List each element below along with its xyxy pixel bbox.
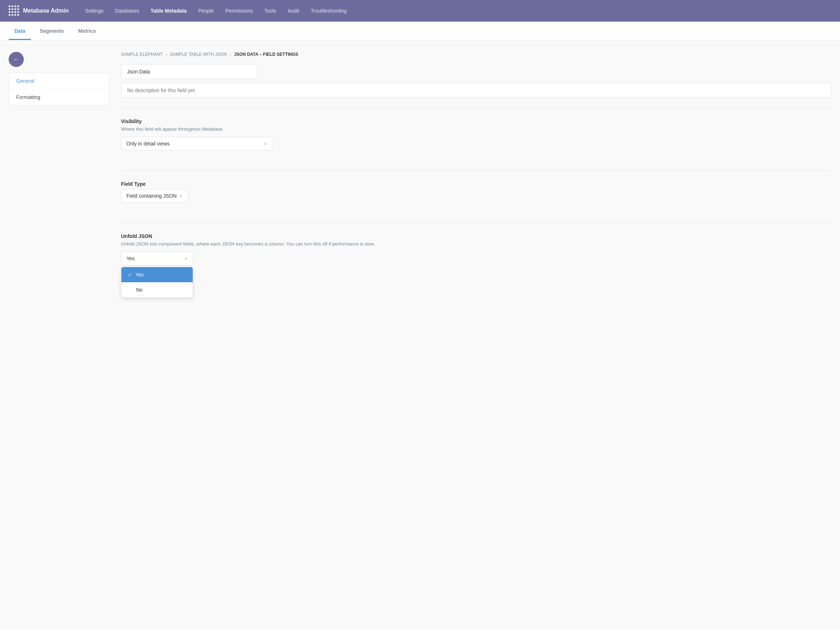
section-divider-3: [121, 223, 831, 223]
breadcrumb-current: JSON DATA – FIELD SETTINGS: [234, 52, 298, 57]
unfold-json-title: Unfold JSON: [121, 233, 831, 239]
main-content: ← General Formatting SAMPLE ELEPHANT › S…: [0, 40, 840, 627]
field-type-title: Field Type: [121, 181, 831, 187]
nav-people[interactable]: People: [193, 5, 219, 17]
chevron-down-icon-2: ∨: [179, 193, 183, 198]
nav-databases[interactable]: Databases: [110, 5, 144, 17]
nav-table-metadata[interactable]: Table Metadata: [145, 5, 192, 17]
field-type-selected: Field containing JSON: [126, 193, 177, 199]
tab-data[interactable]: Data: [9, 22, 31, 40]
detail-panel: SAMPLE ELEPHANT › SAMPLE TABLE WITH JSON…: [121, 52, 831, 616]
chevron-down-icon-3: ∨: [185, 256, 188, 261]
breadcrumb-sep-1: ›: [165, 52, 167, 57]
nav-tools[interactable]: Tools: [259, 5, 281, 17]
field-description-input[interactable]: [121, 83, 831, 98]
visibility-title: Visibility: [121, 118, 831, 124]
field-type-section: Field Type Field containing JSON ∨: [121, 181, 831, 203]
field-name-input[interactable]: [121, 64, 258, 79]
unfold-json-menu: ✓ Yes No: [121, 267, 193, 298]
nav-links: Settings Databases Table Metadata People…: [81, 5, 831, 17]
nav-audit[interactable]: Audit: [283, 5, 305, 17]
unfold-json-description: Unfold JSON into component fields, where…: [121, 241, 831, 247]
breadcrumb-item-2[interactable]: SAMPLE TABLE WITH JSON: [170, 52, 227, 57]
unfold-json-option-no-label: No: [136, 287, 143, 293]
sidebar-item-general[interactable]: General: [9, 73, 109, 89]
brand-logo-icon: [9, 5, 19, 16]
brand: Metabase Admin: [9, 5, 69, 16]
visibility-dropdown[interactable]: Only in detail views ∨: [121, 137, 272, 151]
tab-segments[interactable]: Segments: [34, 22, 69, 40]
unfold-json-option-no[interactable]: No: [122, 282, 193, 298]
visibility-selected: Only in detail views: [126, 141, 170, 146]
visibility-section: Visibility Where this field will appear …: [121, 118, 831, 151]
sidebar-item-formatting[interactable]: Formatting: [9, 89, 109, 105]
nav-troubleshooting[interactable]: Troubleshooting: [306, 5, 352, 17]
tab-metrics[interactable]: Metrics: [73, 22, 101, 40]
breadcrumb-sep-2: ›: [230, 52, 231, 57]
visibility-description: Where this field will appear throughout …: [121, 126, 831, 132]
unfold-json-dropdown[interactable]: Yes ∨: [121, 252, 193, 265]
tabs-bar: Data Segments Metrics: [0, 22, 840, 40]
nav-settings[interactable]: Settings: [81, 5, 109, 17]
top-navigation: Metabase Admin Settings Databases Table …: [0, 0, 840, 22]
unfold-json-dropdown-wrap: Yes ∨ ✓ Yes No: [121, 252, 193, 265]
unfold-json-section: Unfold JSON Unfold JSON into component f…: [121, 233, 831, 265]
brand-name: Metabase Admin: [23, 8, 69, 14]
check-icon: ✓: [128, 272, 132, 277]
breadcrumb: SAMPLE ELEPHANT › SAMPLE TABLE WITH JSON…: [121, 52, 831, 57]
back-button[interactable]: ←: [9, 52, 24, 67]
unfold-json-selected: Yes: [126, 255, 135, 261]
sidebar-menu: General Formatting: [9, 73, 109, 106]
breadcrumb-item-1[interactable]: SAMPLE ELEPHANT: [121, 52, 163, 57]
section-divider-2: [121, 171, 831, 171]
unfold-json-option-yes-label: Yes: [136, 272, 144, 277]
nav-permissions[interactable]: Permissions: [221, 5, 258, 17]
sidebar: ← General Formatting: [9, 52, 109, 616]
unfold-json-option-yes[interactable]: ✓ Yes: [122, 267, 193, 282]
section-divider-1: [121, 108, 831, 109]
chevron-down-icon: ∨: [264, 141, 267, 146]
field-type-dropdown[interactable]: Field containing JSON ∨: [121, 189, 188, 203]
